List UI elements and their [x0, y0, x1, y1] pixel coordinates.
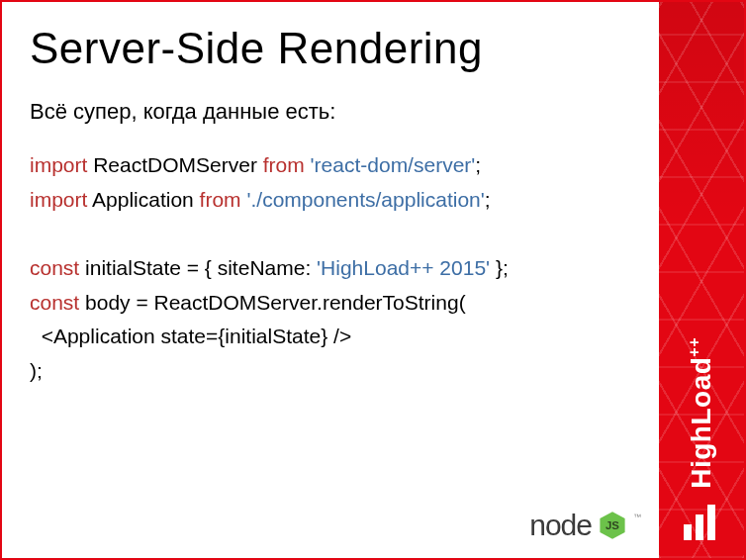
svg-rect-3 — [696, 514, 703, 540]
nodejs-hex-text: JS — [606, 519, 619, 531]
nodejs-text: node — [529, 509, 592, 542]
code-keyword: const — [30, 291, 79, 314]
code-keyword: from — [200, 188, 241, 211]
trademark-symbol: ™ — [633, 513, 641, 521]
code-string: './components/application' — [246, 188, 484, 211]
code-text: Application — [87, 188, 199, 211]
slide-title: Server-Side Rendering — [30, 24, 639, 73]
sidebar: HighLoad++ — [659, 2, 744, 558]
svg-rect-4 — [707, 505, 715, 540]
slide: Server-Side Rendering Всё супер, когда д… — [0, 0, 746, 560]
code-string: 'HighLoad++ 2015' — [317, 256, 490, 279]
code-text: ReactDOMServer — [87, 153, 262, 176]
brand: HighLoad++ — [659, 337, 744, 544]
slide-content: Server-Side Rendering Всё супер, когда д… — [2, 2, 659, 558]
code-text: ); — [30, 359, 43, 382]
nodejs-hex-icon: JS — [598, 511, 627, 540]
code-keyword: from — [263, 153, 305, 176]
brand-logo-icon — [680, 501, 723, 544]
code-string: 'react-dom/server' — [311, 153, 476, 176]
code-text: initialState = { siteName: — [79, 256, 317, 279]
code-text: }; — [490, 256, 509, 279]
nodejs-logo: node JS ™ — [529, 509, 641, 542]
code-text: ; — [485, 188, 491, 211]
brand-text: HighLoad++ — [686, 337, 717, 489]
code-text: <Application state={initialState} /> — [30, 325, 351, 347]
code-keyword: import — [30, 188, 87, 211]
brand-name: HighLoad — [686, 357, 716, 489]
svg-rect-2 — [684, 524, 692, 540]
code-block: import ReactDOMServer from 'react-dom/se… — [30, 148, 639, 388]
slide-subtitle: Всё супер, когда данные есть: — [30, 99, 639, 125]
brand-plus: ++ — [686, 337, 702, 357]
code-keyword: const — [30, 256, 79, 279]
code-keyword: import — [30, 153, 87, 176]
code-text: ; — [475, 153, 481, 176]
code-text: body = ReactDOMServer.renderToString( — [79, 291, 465, 314]
